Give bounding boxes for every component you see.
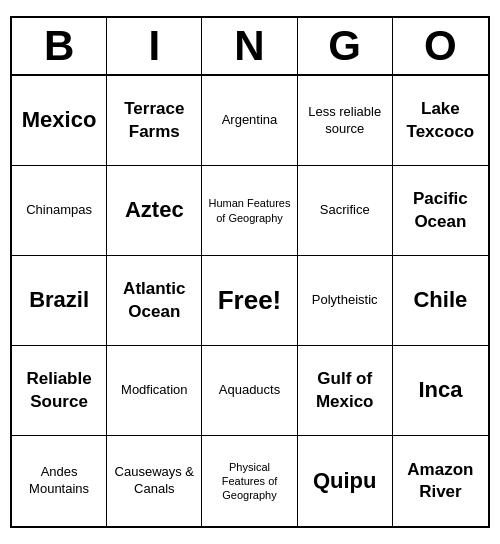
- bingo-cell-14: Chile: [393, 256, 488, 346]
- bingo-cell-16: Modfication: [107, 346, 202, 436]
- bingo-letter-n: N: [202, 18, 297, 74]
- bingo-header: BINGO: [12, 18, 488, 76]
- bingo-letter-i: I: [107, 18, 202, 74]
- bingo-cell-2: Argentina: [202, 76, 297, 166]
- bingo-grid: MexicoTerrace FarmsArgentinaLess reliabl…: [12, 76, 488, 526]
- bingo-cell-18: Gulf of Mexico: [298, 346, 393, 436]
- bingo-cell-15: Reliable Source: [12, 346, 107, 436]
- bingo-cell-10: Brazil: [12, 256, 107, 346]
- bingo-cell-22: Physical Features of Geography: [202, 436, 297, 526]
- bingo-cell-21: Causeways & Canals: [107, 436, 202, 526]
- bingo-cell-13: Polytheistic: [298, 256, 393, 346]
- bingo-letter-o: O: [393, 18, 488, 74]
- bingo-cell-17: Aquaducts: [202, 346, 297, 436]
- bingo-cell-1: Terrace Farms: [107, 76, 202, 166]
- bingo-cell-9: Pacific Ocean: [393, 166, 488, 256]
- bingo-cell-6: Aztec: [107, 166, 202, 256]
- bingo-cell-8: Sacrifice: [298, 166, 393, 256]
- bingo-letter-b: B: [12, 18, 107, 74]
- bingo-cell-23: Quipu: [298, 436, 393, 526]
- bingo-cell-7: Human Features of Geography: [202, 166, 297, 256]
- bingo-letter-g: G: [298, 18, 393, 74]
- bingo-cell-5: Chinampas: [12, 166, 107, 256]
- bingo-cell-11: Atlantic Ocean: [107, 256, 202, 346]
- bingo-card: BINGO MexicoTerrace FarmsArgentinaLess r…: [10, 16, 490, 528]
- bingo-cell-4: Lake Texcoco: [393, 76, 488, 166]
- bingo-cell-20: Andes Mountains: [12, 436, 107, 526]
- bingo-cell-19: Inca: [393, 346, 488, 436]
- bingo-cell-12: Free!: [202, 256, 297, 346]
- bingo-cell-3: Less reliable source: [298, 76, 393, 166]
- bingo-cell-0: Mexico: [12, 76, 107, 166]
- bingo-cell-24: Amazon River: [393, 436, 488, 526]
